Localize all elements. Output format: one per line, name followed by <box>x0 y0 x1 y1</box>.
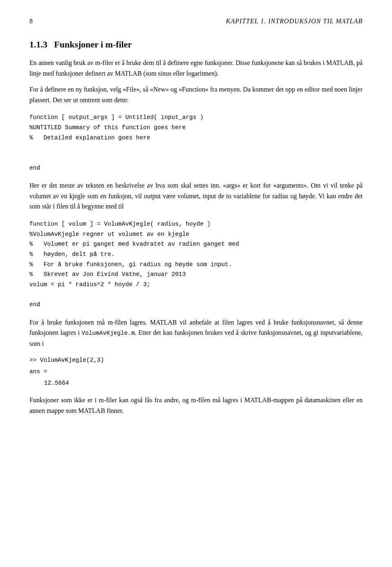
code-block-1: function [ output_args ] = Untitled( inp… <box>29 112 363 173</box>
chapter-title: KAPITTEL 1. INTRODUKSJON TIL MATLAB <box>226 16 363 26</box>
paragraph-3: Her er det meste av teksten en beskrivel… <box>29 180 363 212</box>
matlab-command: >> VolumAvKjegle(2,3) <box>29 356 363 365</box>
paragraph-4: For å bruke funksjonen må m-filen lagres… <box>29 317 363 349</box>
ans-value: 12.5664 <box>44 379 363 388</box>
ans-label: ans = <box>29 368 363 377</box>
inline-code-filename: VolumAvKjegle.m <box>82 330 135 336</box>
section-number: 1.1.3 <box>29 39 47 49</box>
paragraph-1: En annen vanlig bruk av m-filer er å bru… <box>29 58 363 78</box>
page-header: 8 KAPITTEL 1. INTRODUKSJON TIL MATLAB <box>29 16 363 26</box>
section-title: Funksjoner i m-filer <box>54 39 132 49</box>
paragraph-2: For å definere en ny funksjon, velg «Fil… <box>29 84 363 105</box>
page-number: 8 <box>29 16 33 26</box>
code-block-2: function [ volum ] = VolumAvKjegle( radi… <box>29 219 363 310</box>
section-heading: 1.1.3 Funksjoner i m-filer <box>29 38 363 51</box>
paragraph-5: Funksjoner som ikke er i m-filer kan ogs… <box>29 395 363 416</box>
